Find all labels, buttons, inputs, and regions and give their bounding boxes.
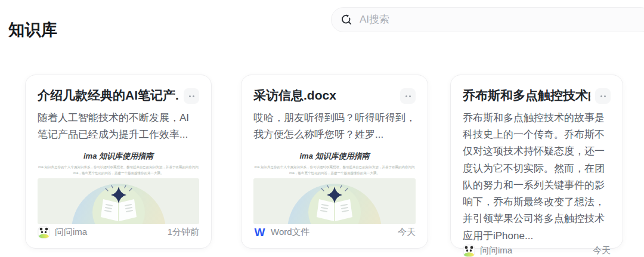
search-input[interactable] [358,13,643,26]
source-label: Word文件 [271,227,393,238]
knowledge-card[interactable]: 乔布斯和多点触控技术的... 乔布斯和多点触控技术的故事是科技史上的一个传奇。乔… [450,75,623,249]
timestamp: 今天 [593,245,611,256]
knowledge-card[interactable]: 介绍几款经典的AI笔记产... 随着人工智能技术的不断发展，AI笔记产品已经成为… [25,75,212,249]
more-button[interactable] [595,88,611,104]
source-label: 问问ima [480,245,588,256]
more-button[interactable] [400,88,416,104]
preview-title: ima 知识库使用指南 [38,151,199,162]
preview-description: ima 知识库是你的个人专属知识体系，你可以随时收藏想读、整理起来自己的知识资源… [38,164,199,176]
source-label: 问问ima [55,227,163,238]
more-icon [600,95,602,97]
book-star-illustration-icon [293,184,376,222]
card-title: 采访信息.docx [253,88,336,103]
preview-description: ima 知识库是你的个人专属知识体系，你可以随时收藏想读、整理起来自己的知识资源… [253,164,416,176]
panda-ima-icon [38,226,50,239]
more-button[interactable] [184,88,199,104]
ai-search-icon [340,14,353,26]
preview-illustration [38,178,199,224]
page-title: 知识库 [8,19,58,41]
panda-ima-icon [463,244,475,257]
document-preview: ima 知识库使用指南 ima 知识库是你的个人专属知识体系，你可以随时收藏想读… [253,151,416,224]
card-excerpt: 乔布斯和多点触控技术的故事是科技史上的一个传奇。乔布斯不仅对这项技术持怀疑态度，… [463,110,611,244]
book-star-illustration-icon [77,184,160,222]
timestamp: 1分钟前 [168,227,199,238]
preview-illustration [253,178,416,224]
document-preview: ima 知识库使用指南 ima 知识库是你的个人专属知识体系，你可以随时收藏想读… [38,151,199,224]
more-icon [405,95,407,97]
more-icon [189,95,191,97]
ai-search-bar[interactable] [331,7,644,32]
card-title: 乔布斯和多点触控技术的... [463,88,590,103]
word-file-icon: W [253,226,266,239]
knowledge-card[interactable]: 采访信息.docx 哎哈，朋友听得到吗？听得听得到，我方便怎么称呼您呀？姓罗..… [241,75,428,249]
timestamp: 今天 [398,227,416,238]
preview-title: ima 知识库使用指南 [253,151,416,162]
card-excerpt: 随着人工智能技术的不断发展，AI笔记产品已经成为提升工作效率... [38,110,199,143]
card-excerpt: 哎哈，朋友听得到吗？听得听得到，我方便怎么称呼您呀？姓罗... [253,110,416,143]
card-title: 介绍几款经典的AI笔记产... [38,88,179,103]
